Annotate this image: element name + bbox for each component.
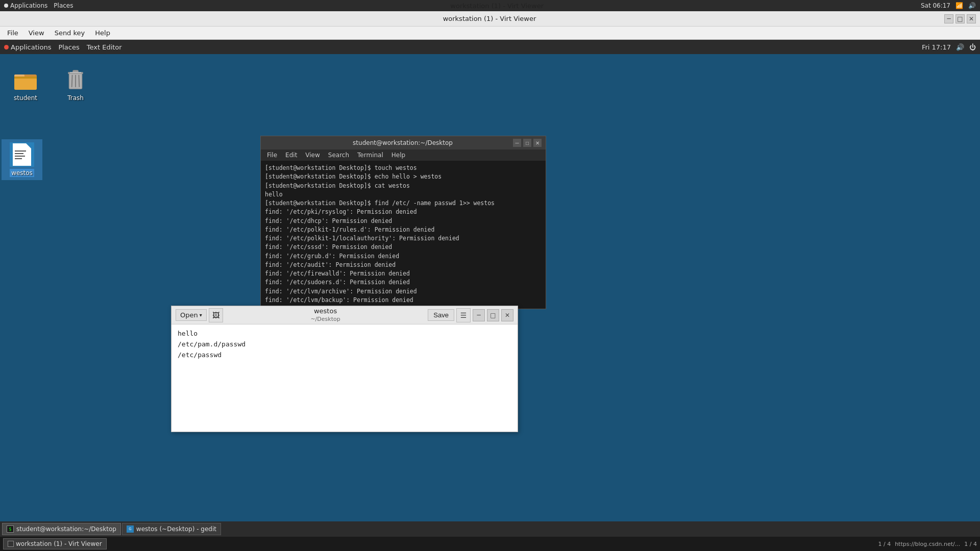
virt-menu-sendkey[interactable]: Send key [50,28,90,38]
terminal-line: [student@workstation Desktop]$ find /etc… [265,199,542,208]
terminal-menu-edit[interactable]: Edit [281,152,301,159]
virt-close-button[interactable]: ✕ [967,14,976,23]
editor-photo-icon: 🖼 [212,311,219,319]
desktop-icon-westos[interactable]: westos [2,139,42,180]
virt-menubar: File View Send key Help [0,27,980,40]
virt-taskbar-icon [8,541,14,547]
terminal-menu-help[interactable]: Help [387,152,409,159]
vm-volume-icon[interactable]: 🔊 [956,43,964,51]
host-time: Sat 06:17 [921,2,950,9]
editor-open-label: Open [180,311,198,319]
terminal-line: find: '/etc/sudoers.d': Permission denie… [265,278,542,287]
virt-maximize-button[interactable]: □ [955,14,965,23]
desktop-icon-student[interactable]: student [5,65,46,104]
host-taskbar: workstation (1) - Virt Viewer 1 / 4 http… [0,537,980,551]
editor-left-buttons: Open ▾ 🖼 [176,308,223,322]
terminal-menu-search[interactable]: Search [324,152,353,159]
westos-icon-label: westos [10,169,34,177]
host-page-indicator: 1 / 4 [878,541,891,547]
vm-panel-left: Applications Places Text Editor [4,43,122,51]
terminal-taskbar-icon: $ [7,525,14,533]
terminal-line: find: '/etc/polkit-1/rules.d': Permissio… [265,226,542,234]
terminal-menu-view[interactable]: View [301,152,324,159]
editor-minimize-button[interactable]: ─ [473,309,485,321]
host-page-indicator2: 1 / 4 [964,541,977,547]
host-window-title: workstation (1) - Virt Viewer [73,2,920,10]
terminal-line: find: '/etc/dhcp': Permission denied [265,217,542,226]
editor-open-button[interactable]: Open ▾ [176,309,207,321]
virt-menu-view[interactable]: View [23,28,50,38]
terminal-menu-file[interactable]: File [263,152,281,159]
editor-window: Open ▾ 🖼 westos ~/Desktop Save ☰ [171,306,518,432]
vm-taskbar-terminal[interactable]: $ student@workstation:~/Desktop [2,523,121,535]
vm-applications-menu[interactable]: Applications [4,43,51,51]
terminal-line: hello [265,190,542,199]
host-taskbar-right: 1 / 4 https://blog.csdn.net/... 1 / 4 [878,541,977,547]
editor-titlebar: Open ▾ 🖼 westos ~/Desktop Save ☰ [172,306,518,324]
host-volume-icon[interactable]: 🔊 [968,2,976,9]
virt-window-title: workstation (1) - Virt Viewer [35,15,944,22]
editor-line: /etc/passwd [178,350,511,361]
svg-rect-3 [14,77,37,79]
virt-menu-file[interactable]: File [2,28,23,38]
terminal-line: find: '/etc/lvm/backup': Permission deni… [265,296,542,305]
outer-window: Applications Places workstation (1) - Vi… [0,0,980,551]
terminal-body[interactable]: [student@workstation Desktop]$ touch wes… [261,161,546,309]
vm-taskbar-editor[interactable]: G westos (~Desktop) - gedit [122,523,221,535]
trash-icon [63,67,88,92]
vm-app-dot-icon [4,45,9,49]
vm-applications-label: Applications [11,43,51,51]
virt-menu-help[interactable]: Help [90,28,115,38]
host-applications-menu[interactable]: Applications [4,2,47,9]
terminal-line: find: '/etc/pki/rsyslog': Permission den… [265,208,542,216]
host-taskbar-virt-label: workstation (1) - Virt Viewer [16,540,102,547]
gedit-taskbar-icon: G [127,525,134,533]
host-taskbar-virt[interactable]: workstation (1) - Virt Viewer [3,538,107,549]
editor-hamburger-icon: ☰ [460,311,467,319]
host-applications-label: Applications [10,2,47,9]
virt-titlebar: workstation (1) - Virt Viewer ─ □ ✕ [0,11,980,27]
terminal-line: find: '/etc/grub.d': Permission denied [265,252,542,261]
terminal-minimize-button[interactable]: ─ [513,139,521,147]
virt-wm-controls: ─ □ ✕ [944,14,976,23]
virt-minimize-button[interactable]: ─ [944,14,953,23]
terminal-menu-terminal[interactable]: Terminal [353,152,387,159]
editor-close-button[interactable]: ✕ [501,309,513,321]
terminal-menubar: File Edit View Search Terminal Help [261,149,546,161]
editor-right-buttons: Save ☰ ─ □ ✕ [428,308,513,322]
editor-filename: westos [314,307,337,316]
terminal-window: student@workstation:~/Desktop ─ □ ✕ File… [260,136,546,309]
editor-photo-button[interactable]: 🖼 [209,308,223,322]
terminal-close-button[interactable]: ✕ [533,139,542,147]
student-folder-icon [13,67,38,92]
virt-icon-graphic [8,541,14,547]
terminal-wm-buttons: ─ □ ✕ [513,139,542,147]
editor-menu-button[interactable]: ☰ [456,308,471,322]
terminal-line: [student@workstation Desktop]$ cat westo… [265,182,542,190]
host-topbar-left: Applications Places [4,2,73,9]
gedit-icon-graphic: G [127,525,134,533]
host-topbar: Applications Places workstation (1) - Vi… [0,0,980,11]
editor-maximize-button[interactable]: □ [487,309,499,321]
vm-text-editor-label[interactable]: Text Editor [87,43,122,51]
editor-body[interactable]: hello/etc/pam.d/passwd/etc/passwd [172,324,518,432]
vm-power-icon[interactable]: ⏻ [969,43,976,51]
vm-places-label[interactable]: Places [58,43,79,51]
vm-top-panel: Applications Places Text Editor Fri 17:1… [0,40,980,54]
westos-file-icon [10,142,34,167]
host-places-label[interactable]: Places [54,2,73,9]
editor-save-button[interactable]: Save [428,309,454,321]
vm-taskbar-editor-label: westos (~Desktop) - gedit [136,525,216,533]
terminal-line: find: '/etc/audit': Permission denied [265,261,542,269]
editor-filepath: ~/Desktop [310,316,340,323]
terminal-title: student@workstation:~/Desktop [292,139,513,146]
host-taskbar-left: workstation (1) - Virt Viewer [3,538,107,549]
student-icon-label: student [12,94,39,102]
editor-line: hello [178,329,511,339]
terminal-maximize-button[interactable]: □ [523,139,531,147]
editor-line: /etc/pam.d/passwd [178,339,511,350]
svg-line-7 [72,75,72,87]
desktop-icon-trash[interactable]: Trash [55,65,96,104]
vm-taskbar-terminal-label: student@workstation:~/Desktop [16,525,116,533]
host-app-icon [4,4,8,8]
